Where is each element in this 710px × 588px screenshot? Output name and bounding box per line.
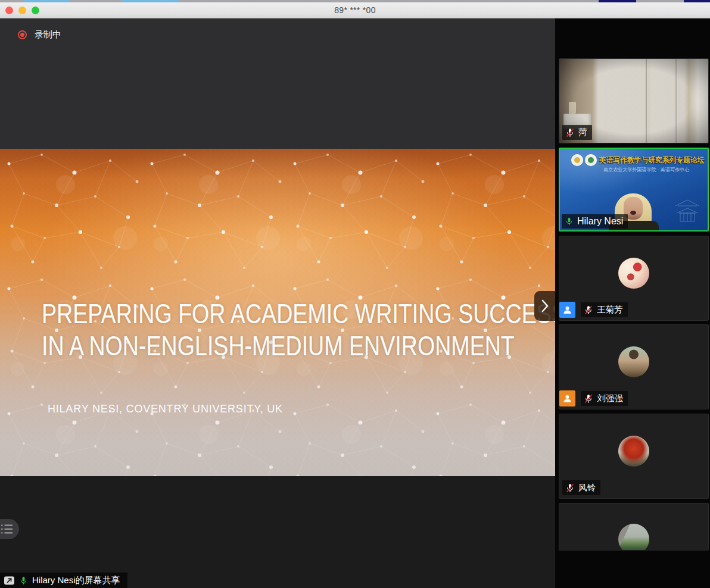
participant-thumbnail-partial[interactable] [559, 503, 709, 551]
recording-indicator: 录制中 [18, 29, 61, 40]
avatar [618, 346, 649, 377]
avatar [618, 258, 649, 289]
recording-dot-icon [18, 30, 27, 39]
webinar-banner-title: 英语写作教学与研究系列专题论坛 [599, 155, 704, 165]
nonverbal-feedback-badge-icon [559, 390, 575, 406]
webinar-banner-subtitle: 南京农业大学外国语学院 · 英语写作中心 [603, 167, 689, 174]
mic-muted-icon [584, 305, 593, 315]
participant-thumbnail-liuqiangqiang[interactable]: 刘强强 [559, 324, 709, 409]
participant-name: 菏 [578, 127, 587, 138]
participant-label: 王菊芳 [581, 302, 628, 317]
list-icon [1, 523, 14, 536]
person-icon [562, 305, 572, 315]
university-logo-icon [571, 154, 583, 166]
window-title: 89* *** *00 [0, 5, 710, 15]
participant-thumbnail-wangjufang[interactable]: 王菊芳 [559, 236, 709, 321]
screen-share-icon [4, 576, 15, 586]
window-titlebar: 89* *** *00 [0, 2, 710, 18]
participant-name: Hilary Nesi [577, 216, 623, 227]
slide-subtitle: HILARY NESI, COVENTRY UNIVERSITY, UK [48, 402, 283, 415]
mic-muted-icon [565, 127, 575, 138]
speaker-mouth [630, 211, 636, 215]
participant-name: 王菊芳 [597, 304, 623, 315]
avatar [618, 436, 649, 467]
participant-name: 刘强强 [597, 393, 623, 404]
shared-screen-area: 录制中 [0, 18, 555, 588]
participant-name: 风铃 [578, 482, 596, 493]
participant-label: 风铃 [562, 480, 600, 495]
college-logo-icon [585, 154, 597, 166]
avatar [618, 524, 649, 551]
participant-label: Hilary Nesi [562, 214, 628, 229]
participant-label: 菏 [562, 125, 592, 140]
slide-title: PREPARING FOR ACADEMIC WRITING SUCCESS I… [42, 298, 555, 361]
expand-panel-chevron-button[interactable] [534, 291, 555, 321]
person-icon [562, 393, 572, 404]
participant-thumbnail-hilary-nesi[interactable]: 英语写作教学与研究系列专题论坛 南京农业大学外国语学院 · 英语写作中心 Hil… [559, 148, 709, 232]
mic-on-icon [19, 576, 28, 586]
participant-label: 刘强强 [581, 391, 628, 406]
chevron-right-icon [541, 299, 549, 312]
building-sketch-decoration [672, 195, 703, 223]
mic-muted-icon [565, 483, 575, 493]
participant-thumbnail-he[interactable]: 菏 [559, 58, 709, 143]
screen-share-status-banner: Hilary Nesi的屏幕共享 [0, 573, 127, 588]
participants-sidebar: 菏 英语写作教学与研究系列专题论坛 南京农业大学外国语学院 · 英语写作中心 [555, 18, 710, 588]
recording-label: 录制中 [35, 29, 61, 40]
slide-title-line2: IN A NON-ENGLISH-MEDIUM ENVIRONMENT [42, 330, 555, 362]
participant-thumbnail-fengling[interactable]: 风铃 [559, 414, 709, 499]
shared-screen-letterbox [0, 476, 555, 588]
presentation-slide: PREPARING FOR ACADEMIC WRITING SUCCESS I… [0, 149, 555, 476]
nonverbal-feedback-badge-icon [559, 302, 575, 318]
screen-share-label: Hilary Nesi的屏幕共享 [32, 575, 120, 586]
mic-muted-icon [584, 393, 593, 404]
mic-on-icon [565, 216, 574, 227]
slide-title-line1: PREPARING FOR ACADEMIC WRITING SUCCESS [42, 298, 555, 330]
